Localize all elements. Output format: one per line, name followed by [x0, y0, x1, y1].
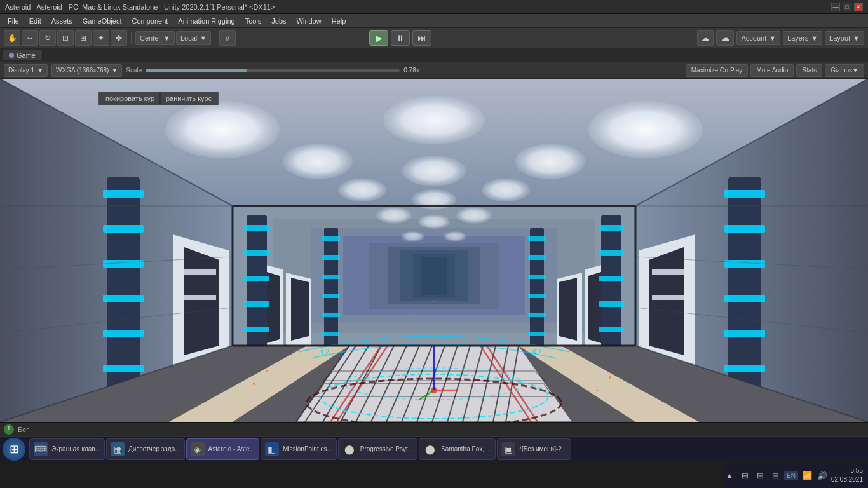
scale-fill — [146, 69, 247, 72]
game-tab[interactable]: Game — [3, 50, 43, 60]
svg-point-27 — [444, 231, 466, 241]
display-chevron: ▼ — [37, 67, 43, 74]
tray-icon-4[interactable]: ⊟ — [769, 469, 782, 482]
layout-dropdown[interactable]: Layout ▼ — [825, 31, 864, 45]
hand-tool[interactable]: ✋ — [4, 30, 20, 46]
rect-tool[interactable]: ⊞ — [75, 30, 92, 46]
tray-icon-1[interactable]: ▲ — [723, 469, 736, 482]
svg-point-25 — [418, 215, 450, 229]
clock-time: 5:55 — [831, 466, 863, 475]
custom-tool[interactable]: ✤ — [111, 30, 127, 46]
gizmos-chevron: ▼ — [852, 67, 858, 74]
layers-dropdown[interactable]: Layers ▼ — [783, 31, 822, 45]
taskbar-label-taskmanager: Диспетчер зада... — [128, 445, 180, 452]
menu-item-component[interactable]: Component — [126, 16, 173, 26]
taskbar-label-unity: Asteroid - Aste... — [208, 445, 255, 452]
taskbar-icon-taskmanager: ▦ — [111, 442, 125, 456]
play-button[interactable]: ▶ — [369, 30, 388, 46]
menu-item-file[interactable]: File — [3, 16, 24, 26]
taskbar-label-chrome2: Samantha Fox, ... — [441, 445, 491, 452]
menu-item-gameobject[interactable]: GameObject — [78, 16, 127, 26]
taskbar-label-chrome1: Progressive Psyt... — [360, 445, 413, 452]
taskbar-icon-keyboard: ⌨ — [34, 442, 48, 456]
resolution-label: WXGA (868x488) — [56, 67, 109, 74]
layers-chevron: ▼ — [811, 34, 818, 42]
svg-rect-70 — [599, 250, 624, 256]
display-dropdown[interactable]: Display 1 ▼ — [4, 64, 48, 77]
taskbar-icon-vscode: ◧ — [265, 442, 279, 456]
rotate-tool[interactable]: ↻ — [39, 30, 56, 46]
step-button[interactable]: ⏭ — [412, 30, 431, 46]
taskbar-item-keyboard[interactable]: ⌨Экранная клав... — [29, 438, 105, 460]
svg-rect-48 — [724, 295, 765, 302]
menu-item-tools[interactable]: Tools — [240, 16, 267, 26]
account-dropdown[interactable]: Account ▼ — [736, 31, 780, 45]
taskbar-item-vscode[interactable]: ◧MissionPoint.cs... — [261, 438, 337, 460]
resolution-chevron: ▼ — [111, 67, 118, 74]
lock-cursor-button[interactable]: покировать кур — [98, 92, 161, 105]
svg-rect-34 — [103, 365, 144, 372]
svg-rect-69 — [599, 225, 624, 231]
svg-point-23 — [376, 207, 412, 224]
taskbar-item-chrome2[interactable]: ⬤Samantha Fox, ... — [419, 438, 496, 460]
collab-btn[interactable]: ☁ — [697, 30, 714, 46]
resolution-dropdown[interactable]: WXGA (868x488) ▼ — [51, 64, 122, 77]
taskbar-icon-chrome2: ⬤ — [423, 442, 437, 456]
taskbar-item-explorer[interactable]: ▣*[Без имени]-2... — [497, 438, 571, 460]
svg-rect-38 — [184, 269, 216, 274]
taskbar-item-chrome1[interactable]: ⬤Progressive Psyt... — [338, 438, 417, 460]
move-tool[interactable]: ↔ — [22, 30, 38, 46]
language-indicator[interactable]: EN — [784, 471, 798, 480]
start-button[interactable]: ⊞ — [3, 438, 25, 461]
svg-point-26 — [402, 231, 424, 241]
local-label: Local — [180, 34, 197, 42]
menu-item-animation rigging[interactable]: Animation Rigging — [173, 16, 240, 26]
limit-cursor-button[interactable]: раничить куpc — [159, 92, 219, 105]
menu-item-jobs[interactable]: Jobs — [266, 16, 291, 26]
menu-item-edit[interactable]: Edit — [24, 16, 46, 26]
volume-icon[interactable]: 🔊 — [816, 469, 829, 482]
svg-rect-46 — [724, 225, 765, 233]
gizmos-btn[interactable]: Gizmos ▼ — [825, 64, 864, 77]
menu-item-assets[interactable]: Assets — [46, 16, 78, 26]
window-controls: — □ ✕ — [831, 3, 863, 11]
menu-item-help[interactable]: Help — [327, 16, 351, 26]
svg-marker-53 — [649, 247, 684, 355]
menu-item-window[interactable]: Window — [292, 16, 327, 26]
pause-button[interactable]: ⏸ — [391, 30, 410, 46]
svg-rect-77 — [322, 236, 340, 241]
tray-icon-2[interactable]: ⊟ — [738, 469, 751, 482]
svg-rect-84 — [528, 236, 546, 241]
close-button[interactable]: ✕ — [854, 3, 863, 11]
layout-chevron: ▼ — [853, 34, 860, 42]
tray-icon-3[interactable]: ⊟ — [754, 469, 766, 482]
pivot-btn[interactable]: # — [219, 30, 236, 46]
svg-marker-13 — [421, 257, 447, 295]
svg-text:42: 42 — [319, 347, 330, 357]
maximize-button[interactable]: □ — [843, 3, 851, 11]
taskbar-item-taskmanager[interactable]: ▦Диспетчер зада... — [106, 438, 185, 460]
taskbar-icon-explorer: ▣ — [501, 442, 515, 456]
scale-slider[interactable] — [146, 69, 400, 72]
system-clock[interactable]: 5:55 02.08.2021 — [831, 466, 863, 484]
minimize-button[interactable]: — — [831, 3, 840, 11]
transform-tool[interactable]: ✦ — [93, 30, 109, 46]
svg-rect-82 — [322, 332, 340, 336]
mute-audio-btn[interactable]: Mute Audio — [750, 64, 794, 77]
local-dropdown[interactable]: Local ▼ — [176, 31, 211, 45]
svg-point-14 — [165, 101, 280, 158]
cloud-btn[interactable]: ☁ — [716, 30, 734, 46]
svg-rect-78 — [322, 255, 340, 260]
svg-rect-73 — [599, 327, 624, 332]
svg-marker-37 — [184, 247, 219, 355]
svg-rect-64 — [244, 301, 269, 307]
corridor-scene: 42 87 — [0, 79, 868, 422]
maximize-on-play-btn[interactable]: Maximize On Play — [686, 64, 749, 77]
scale-value: 0.78x — [403, 67, 419, 74]
transform-tools: ✋ ↔ ↻ ⊡ ⊞ ✦ ✤ — [4, 30, 127, 46]
taskbar-item-unity[interactable]: ◈Asteroid - Aste... — [186, 438, 259, 460]
network-icon[interactable]: 📶 — [801, 469, 813, 482]
stats-btn[interactable]: Stats — [796, 64, 822, 77]
center-dropdown[interactable]: Center ▼ — [135, 31, 175, 45]
scale-tool[interactable]: ⊡ — [57, 30, 74, 46]
